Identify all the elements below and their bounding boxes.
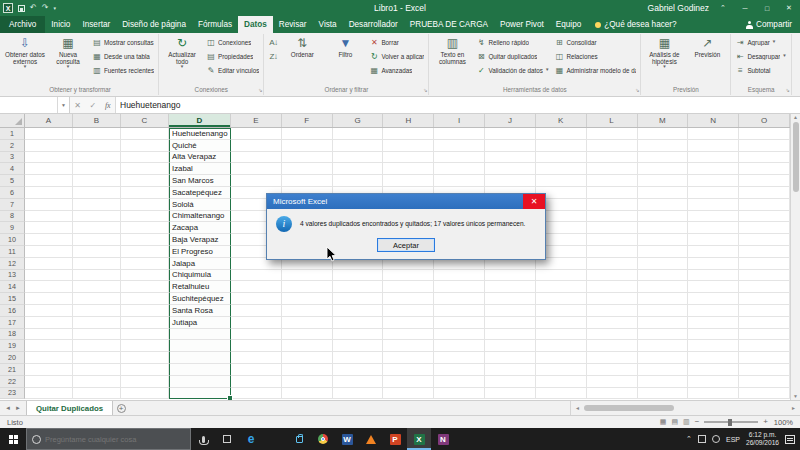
row-header-9[interactable]: 9 <box>0 222 25 234</box>
cell-B1[interactable] <box>73 128 121 140</box>
cell-B6[interactable] <box>73 187 121 199</box>
cell-K14[interactable] <box>536 281 587 293</box>
cell-M21[interactable] <box>638 364 689 376</box>
cell-K5[interactable] <box>536 175 587 187</box>
cell-F1[interactable] <box>282 128 333 140</box>
cell-H18[interactable] <box>383 329 434 341</box>
confirm-entry-icon[interactable]: ✓ <box>90 101 97 110</box>
cell-D23[interactable] <box>169 388 231 400</box>
cell-O11[interactable] <box>739 246 790 258</box>
save-icon[interactable] <box>18 5 25 12</box>
row-header-5[interactable]: 5 <box>0 175 25 187</box>
cancel-entry-icon[interactable]: ✕ <box>74 101 81 110</box>
insert-function-icon[interactable]: fx <box>105 101 111 110</box>
cell-I22[interactable] <box>434 376 485 388</box>
cell-O23[interactable] <box>739 388 790 400</box>
cell-C21[interactable] <box>121 364 169 376</box>
taskbar-search-input[interactable] <box>45 435 185 444</box>
name-box-input[interactable] <box>0 100 57 110</box>
cell-M3[interactable] <box>638 152 689 164</box>
cell-N7[interactable] <box>688 199 739 211</box>
scroll-left-icon[interactable]: ◄ <box>575 405 580 411</box>
cell-B10[interactable] <box>73 234 121 246</box>
tray-chevron-up-icon[interactable]: ⌃ <box>686 435 692 443</box>
cell-O2[interactable] <box>739 140 790 152</box>
cell-G20[interactable] <box>333 352 384 364</box>
tab-inicio[interactable]: Inicio <box>45 16 76 33</box>
row-header-7[interactable]: 7 <box>0 199 25 211</box>
cell-L6[interactable] <box>587 187 638 199</box>
tab-revisar[interactable]: Revisar <box>273 16 313 33</box>
cell-D2[interactable]: Quiché <box>169 140 231 152</box>
zoom-slider-thumb[interactable] <box>728 419 732 426</box>
cell-C13[interactable] <box>121 270 169 282</box>
cell-A19[interactable] <box>25 340 73 352</box>
cell-C19[interactable] <box>121 340 169 352</box>
cell-A17[interactable] <box>25 317 73 329</box>
tab-insertar[interactable]: Insertar <box>76 16 116 33</box>
cell-A6[interactable] <box>25 187 73 199</box>
cell-E3[interactable] <box>231 152 282 164</box>
ordenar-button[interactable]: ⇅Ordenar <box>281 34 323 85</box>
cell-H21[interactable] <box>383 364 434 376</box>
cell-M12[interactable] <box>638 258 689 270</box>
column-header-J[interactable]: J <box>485 114 536 127</box>
cell-E16[interactable] <box>231 305 282 317</box>
actualizar-todo-button[interactable]: ↻Actualizar todo▼ <box>161 34 203 85</box>
cell-A1[interactable] <box>25 128 73 140</box>
cell-O15[interactable] <box>739 293 790 305</box>
cell-M1[interactable] <box>638 128 689 140</box>
cell-L10[interactable] <box>587 234 638 246</box>
cell-M23[interactable] <box>638 388 689 400</box>
cell-B5[interactable] <box>73 175 121 187</box>
cell-G4[interactable] <box>333 163 384 175</box>
row-header-2[interactable]: 2 <box>0 140 25 152</box>
cell-F17[interactable] <box>282 317 333 329</box>
propiedades-button[interactable]: ▤Propiedades <box>204 50 261 63</box>
scroll-right-icon[interactable]: ► <box>791 405 796 411</box>
cell-H16[interactable] <box>383 305 434 317</box>
cell-D3[interactable]: Alta Verapaz <box>169 152 231 164</box>
cell-D20[interactable] <box>169 352 231 364</box>
cell-K22[interactable] <box>536 376 587 388</box>
cell-M19[interactable] <box>638 340 689 352</box>
cell-M11[interactable] <box>638 246 689 258</box>
cell-L12[interactable] <box>587 258 638 270</box>
cell-C23[interactable] <box>121 388 169 400</box>
desagrupar-button[interactable]: ⇤Desagrupar▼ <box>733 50 788 63</box>
cell-O10[interactable] <box>739 234 790 246</box>
tab-formulas[interactable]: Fórmulas <box>192 16 238 33</box>
chrome-taskbar-button[interactable] <box>311 428 335 450</box>
cell-O17[interactable] <box>739 317 790 329</box>
cell-B11[interactable] <box>73 246 121 258</box>
cell-M20[interactable] <box>638 352 689 364</box>
cell-D10[interactable]: Baja Verapaz <box>169 234 231 246</box>
cell-B19[interactable] <box>73 340 121 352</box>
cell-C16[interactable] <box>121 305 169 317</box>
row-header-21[interactable]: 21 <box>0 364 25 376</box>
cell-A11[interactable] <box>25 246 73 258</box>
cell-I2[interactable] <box>434 140 485 152</box>
cell-L21[interactable] <box>587 364 638 376</box>
row-header-18[interactable]: 18 <box>0 329 25 341</box>
cell-N11[interactable] <box>688 246 739 258</box>
cell-D1[interactable]: Huehuetenango <box>169 128 231 140</box>
cell-C6[interactable] <box>121 187 169 199</box>
cell-I5[interactable] <box>434 175 485 187</box>
cell-C17[interactable] <box>121 317 169 329</box>
cell-E14[interactable] <box>231 281 282 293</box>
formula-input[interactable] <box>116 100 800 110</box>
cell-D11[interactable]: El Progreso <box>169 246 231 258</box>
formula-input-area[interactable] <box>116 97 800 113</box>
cell-H19[interactable] <box>383 340 434 352</box>
cell-B7[interactable] <box>73 199 121 211</box>
cell-F16[interactable] <box>282 305 333 317</box>
cell-F21[interactable] <box>282 364 333 376</box>
cell-N2[interactable] <box>688 140 739 152</box>
cell-D15[interactable]: Suchitepéquez <box>169 293 231 305</box>
cell-G3[interactable] <box>333 152 384 164</box>
cell-A21[interactable] <box>25 364 73 376</box>
column-header-C[interactable]: C <box>121 114 169 127</box>
texto-en-columnas-button[interactable]: ▥Texto en columnas <box>431 34 473 85</box>
redo-icon[interactable]: ↷ <box>42 4 49 12</box>
